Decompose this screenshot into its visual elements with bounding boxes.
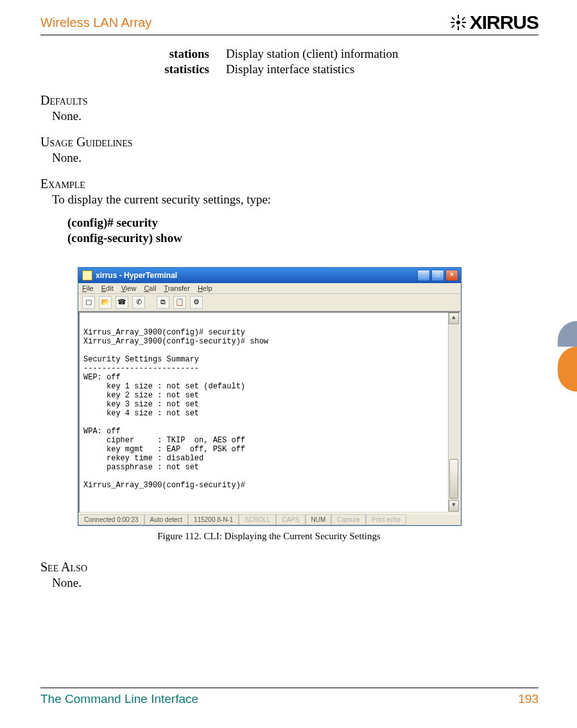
example-command: (config)# security (67, 216, 538, 230)
status-scroll: SCROLL (239, 514, 276, 525)
definition-term: statistics (119, 62, 226, 76)
definition-desc: Display station (client) information (226, 47, 399, 61)
hyperterminal-window: xirrus - HyperTerminal _ □ × File Edit V… (78, 267, 461, 526)
definition-term: stations (119, 47, 226, 61)
section-usage-body: None. (52, 151, 538, 165)
footer-section: The Command Line Interface (40, 692, 198, 706)
svg-rect-6 (461, 17, 465, 21)
open-icon[interactable]: 📂 (99, 296, 112, 309)
new-doc-icon[interactable]: ▢ (82, 296, 95, 309)
scroll-up-icon[interactable]: ▲ (449, 313, 459, 324)
section-example-body: To display the current security settings… (52, 193, 538, 207)
definition-desc: Display interface statistics (226, 62, 355, 76)
window-title: xirrus - HyperTerminal (96, 271, 177, 280)
toolbar: ▢ 📂 ☎ ✆ ⧉ 📋 ⚙ (78, 294, 461, 311)
svg-point-0 (456, 21, 460, 24)
vertical-scrollbar[interactable]: ▲ ▼ (448, 313, 459, 512)
page-number: 193 (518, 692, 538, 706)
menu-call[interactable]: Call (144, 284, 156, 292)
definition-list: stations Display station (client) inform… (119, 47, 538, 76)
svg-rect-4 (462, 22, 466, 23)
status-detect: Auto detect (144, 514, 189, 525)
svg-rect-1 (458, 15, 459, 19)
status-port: 115200 8-N-1 (188, 514, 239, 525)
section-example-head: Example (40, 177, 538, 191)
logo-text: XIRRUS (470, 12, 538, 33)
scroll-thumb[interactable] (449, 459, 458, 499)
paste-icon[interactable]: 📋 (173, 296, 186, 309)
maximize-button[interactable]: □ (431, 270, 444, 281)
status-capture: Capture (331, 514, 366, 525)
menu-bar[interactable]: File Edit View Call Transfer Help (78, 283, 461, 294)
menu-view[interactable]: View (121, 284, 137, 292)
menu-transfer[interactable]: Transfer (164, 284, 190, 292)
scroll-track[interactable] (449, 324, 459, 500)
copy-icon[interactable]: ⧉ (157, 296, 169, 309)
svg-rect-3 (451, 22, 454, 23)
svg-rect-8 (461, 24, 465, 28)
svg-rect-2 (458, 26, 459, 30)
example-command: (config-security) show (67, 231, 538, 245)
figure: xirrus - HyperTerminal _ □ × File Edit V… (78, 267, 538, 542)
minimize-button[interactable]: _ (417, 270, 430, 281)
disconnect-icon[interactable]: ✆ (132, 296, 145, 309)
window-titlebar[interactable]: xirrus - HyperTerminal _ □ × (78, 268, 461, 283)
figure-caption: Figure 112. CLI: Displaying the Current … (78, 531, 460, 542)
status-connected: Connected 0:00:23 (78, 514, 144, 525)
hyperterminal-icon (82, 270, 92, 281)
section-usage-head: Usage Guidelines (40, 135, 538, 150)
page-header: Wireless LAN Array XIRRUS (40, 12, 538, 35)
section-defaults-body: None. (52, 109, 538, 123)
burst-icon (451, 15, 466, 30)
menu-edit[interactable]: Edit (101, 284, 114, 292)
terminal-output[interactable]: Xirrus_Array_3900(config)# security Xirr… (80, 313, 459, 512)
definition-row: stations Display station (client) inform… (119, 47, 538, 61)
status-num: NUM (306, 514, 332, 525)
xirrus-logo: XIRRUS (451, 12, 538, 33)
connect-icon[interactable]: ☎ (116, 296, 128, 309)
page-footer: The Command Line Interface 193 (40, 688, 538, 706)
section-seealso-body: None. (52, 576, 538, 590)
svg-rect-5 (451, 17, 455, 21)
properties-icon[interactable]: ⚙ (190, 296, 203, 309)
status-caps: CAPS (276, 514, 305, 525)
definition-row: statistics Display interface statistics (119, 62, 538, 76)
svg-rect-7 (451, 24, 455, 28)
section-defaults-head: Defaults (40, 93, 538, 108)
section-seealso-head: See Also (40, 560, 538, 575)
menu-help[interactable]: Help (198, 284, 212, 292)
close-button[interactable]: × (445, 270, 458, 281)
scroll-down-icon[interactable]: ▼ (449, 500, 459, 512)
menu-file[interactable]: File (82, 284, 94, 292)
status-printecho: Print echo (366, 514, 406, 525)
status-bar: Connected 0:00:23 Auto detect 115200 8-N… (78, 514, 461, 525)
doc-title: Wireless LAN Array (40, 15, 151, 30)
